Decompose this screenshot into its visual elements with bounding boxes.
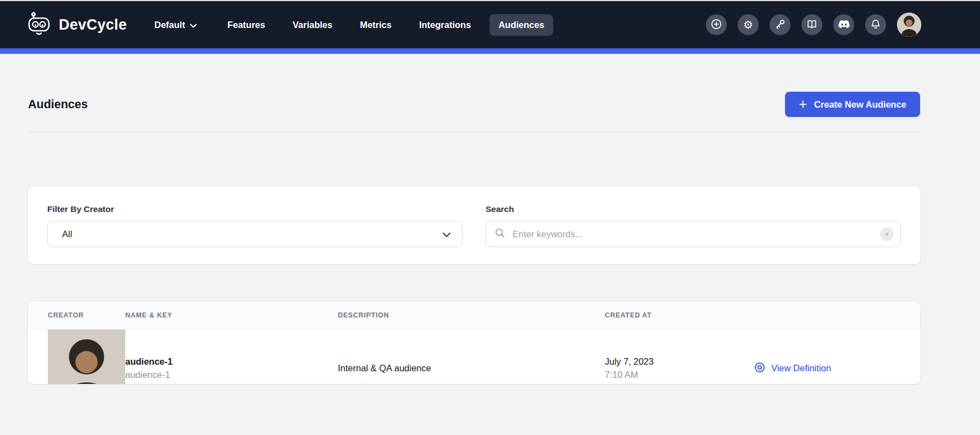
primary-navigation: Features Variables Metrics Integrations … xyxy=(219,14,553,36)
plus-circle-icon xyxy=(711,19,722,31)
view-definition-link[interactable]: View Definition xyxy=(754,361,831,376)
project-selector-dropdown[interactable]: Default xyxy=(151,19,200,31)
nav-item-metrics[interactable]: Metrics xyxy=(351,14,400,36)
actions-cell: View Definition xyxy=(754,361,900,376)
clear-search-icon: × xyxy=(885,231,889,238)
create-new-audience-label: Create New Audience xyxy=(814,99,906,110)
nav-item-features[interactable]: Features xyxy=(219,14,274,36)
column-header-description: DESCRIPTION xyxy=(338,311,605,319)
search-icon xyxy=(494,227,505,241)
column-header-created-at: CREATED AT xyxy=(605,311,754,319)
book-icon xyxy=(806,19,817,31)
chevron-down-icon xyxy=(443,229,450,239)
project-selector-label: Default xyxy=(154,20,185,30)
key-icon xyxy=(775,19,786,31)
audiences-table: CREATOR NAME & KEY DESCRIPTION CREATED A… xyxy=(28,302,920,384)
settings-button[interactable]: ⚙ xyxy=(738,14,759,35)
search-label: Search xyxy=(486,204,901,214)
page-header: Audiences + Create New Audience xyxy=(28,54,920,117)
nav-item-integrations[interactable]: Integrations xyxy=(410,14,480,36)
table-row: audience-1 audience-1 Internal & QA audi… xyxy=(28,330,920,384)
view-definition-label: View Definition xyxy=(771,363,831,373)
devcycle-robot-icon xyxy=(26,11,52,38)
filter-panel: Filter By Creator All Search xyxy=(28,186,920,264)
column-header-name-key: NAME & KEY xyxy=(125,311,338,319)
nav-item-variables[interactable]: Variables xyxy=(284,14,341,36)
audiences-page: Audiences + Create New Audience Filter B… xyxy=(0,54,980,384)
documentation-button[interactable] xyxy=(801,14,822,35)
chevron-down-icon xyxy=(190,20,197,30)
name-key-cell: audience-1 audience-1 xyxy=(125,355,338,382)
creator-filter-group: Filter By Creator All xyxy=(47,204,463,247)
creator-avatar xyxy=(48,330,125,384)
created-date: July 7, 2023 xyxy=(605,355,754,369)
table-header-row: CREATOR NAME & KEY DESCRIPTION CREATED A… xyxy=(28,302,920,330)
creator-filter-label: Filter By Creator xyxy=(47,204,463,214)
created-at-cell: July 7, 2023 7:10 AM xyxy=(605,355,754,382)
clear-search-button[interactable]: × xyxy=(880,227,894,241)
gear-icon: ⚙ xyxy=(743,19,753,30)
user-avatar[interactable] xyxy=(897,13,921,37)
api-keys-button[interactable] xyxy=(770,14,790,35)
creator-cell xyxy=(48,330,125,384)
discord-icon xyxy=(838,20,850,30)
search-filter-group: Search × xyxy=(486,204,901,247)
devcycle-logo[interactable]: DevCycle xyxy=(26,11,127,38)
bell-icon xyxy=(870,19,881,31)
header-divider xyxy=(28,132,920,132)
nav-item-audiences[interactable]: Audiences xyxy=(489,14,553,36)
eye-icon xyxy=(754,361,766,376)
search-box: × xyxy=(486,221,901,247)
description-cell: Internal & QA audience xyxy=(338,363,605,373)
creator-filter-select[interactable]: All xyxy=(47,221,463,247)
top-navbar: DevCycle Default Features Variables Metr… xyxy=(0,1,980,48)
column-header-creator: CREATOR xyxy=(48,311,125,319)
audience-description: Internal & QA audience xyxy=(338,363,431,373)
create-button[interactable] xyxy=(706,14,727,35)
accent-bar xyxy=(0,48,980,54)
notifications-button[interactable] xyxy=(865,14,886,35)
create-new-audience-button[interactable]: + Create New Audience xyxy=(785,92,920,117)
brand-wordmark: DevCycle xyxy=(59,16,127,34)
navbar-actions: ⚙ xyxy=(706,13,921,37)
created-time: 7:10 AM xyxy=(605,369,754,382)
audience-key: audience-1 xyxy=(125,369,338,382)
creator-filter-value: All xyxy=(62,229,72,239)
discord-button[interactable] xyxy=(833,14,854,35)
audience-name: audience-1 xyxy=(125,355,338,369)
search-input[interactable] xyxy=(511,228,874,240)
page-title: Audiences xyxy=(28,98,88,111)
